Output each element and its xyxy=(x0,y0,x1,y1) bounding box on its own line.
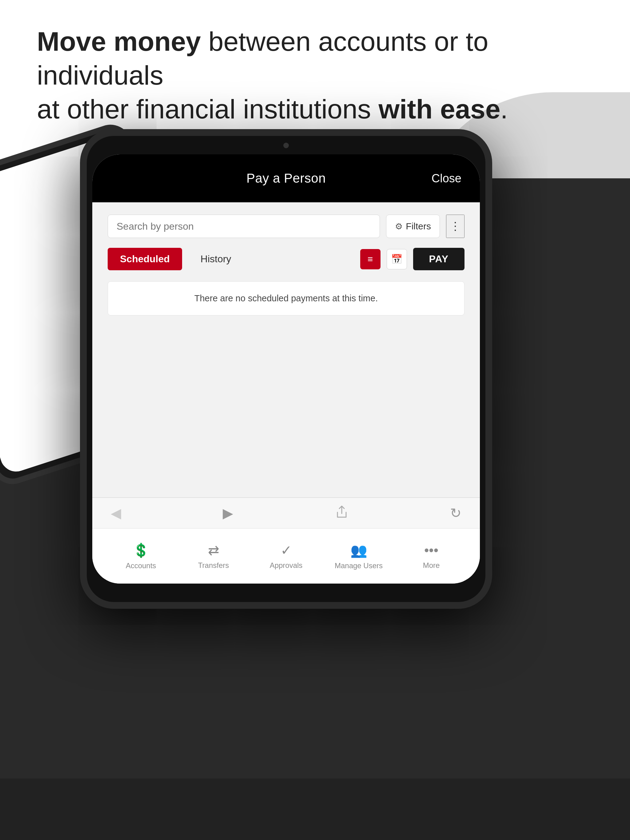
empty-message: There are no scheduled payments at this … xyxy=(195,293,378,303)
forward-button[interactable]: ▶ xyxy=(223,505,233,521)
more-label: More xyxy=(423,561,440,570)
filter-icon: ⚙ xyxy=(395,221,403,232)
manage-users-icon: 👥 xyxy=(350,542,367,558)
bottom-nav: 💲 Accounts ⇄ Transfers ✓ Approvals 👥 Man… xyxy=(92,528,480,584)
tab-history[interactable]: History xyxy=(188,248,244,270)
transfers-icon: ⇄ xyxy=(208,542,219,558)
nav-accounts[interactable]: 💲 Accounts xyxy=(104,542,177,570)
nav-transfers[interactable]: ⇄ Transfers xyxy=(177,542,250,570)
tagline-normal2: at other financial institutions xyxy=(37,94,378,124)
refresh-button[interactable]: ↻ xyxy=(450,505,461,521)
tagline-bold1: Move money xyxy=(37,26,201,57)
approvals-icon: ✓ xyxy=(280,542,292,558)
accounts-label: Accounts xyxy=(126,561,156,570)
nav-more[interactable]: ••• More xyxy=(395,543,468,570)
back-button[interactable]: ◀ xyxy=(111,505,121,521)
search-input[interactable] xyxy=(108,215,380,238)
tagline-bold2: with ease xyxy=(378,94,500,124)
accounts-icon: 💲 xyxy=(133,542,149,558)
empty-state: There are no scheduled payments at this … xyxy=(108,281,464,316)
share-icon xyxy=(335,505,348,518)
tagline-period: . xyxy=(500,94,508,124)
more-options-button[interactable]: ⋮ xyxy=(446,215,464,238)
nav-manage-users[interactable]: 👥 Manage Users xyxy=(322,542,395,570)
calendar-view-button[interactable]: 📅 xyxy=(387,249,407,269)
app-header: Pay a Person Close xyxy=(92,154,480,202)
pay-button[interactable]: PAY xyxy=(413,248,464,270)
browser-chrome: ◀ ▶ ↻ xyxy=(92,497,480,528)
more-icon: ••• xyxy=(424,543,438,558)
filters-button[interactable]: ⚙ Filters xyxy=(386,215,440,238)
list-view-icon: ≡ xyxy=(367,254,373,264)
tablet-main: Pay a Person Close ⚙ Filters ⋮ Scheduled… xyxy=(80,129,492,609)
tablet-camera xyxy=(283,143,289,148)
tagline: Move money between accounts or to indivi… xyxy=(37,25,529,126)
tablet-screen: Pay a Person Close ⚙ Filters ⋮ Scheduled… xyxy=(92,154,480,584)
approvals-label: Approvals xyxy=(270,561,303,570)
transfers-label: Transfers xyxy=(198,561,229,570)
share-button[interactable] xyxy=(335,505,348,521)
tab-scheduled[interactable]: Scheduled xyxy=(108,248,182,270)
close-button[interactable]: Close xyxy=(432,172,461,185)
search-row: ⚙ Filters ⋮ xyxy=(108,215,464,238)
list-view-button[interactable]: ≡ xyxy=(360,249,380,269)
filters-label: Filters xyxy=(406,221,431,232)
app-content: ⚙ Filters ⋮ Scheduled History ≡ 📅 PAY xyxy=(92,202,480,497)
app-header-title: Pay a Person xyxy=(246,171,326,186)
more-dots-icon: ⋮ xyxy=(450,220,461,233)
bottom-dark-bar xyxy=(0,778,630,840)
manage-users-label: Manage Users xyxy=(335,561,383,570)
calendar-view-icon: 📅 xyxy=(391,254,402,264)
tabs-row: Scheduled History ≡ 📅 PAY xyxy=(108,248,464,270)
nav-approvals[interactable]: ✓ Approvals xyxy=(250,542,322,570)
